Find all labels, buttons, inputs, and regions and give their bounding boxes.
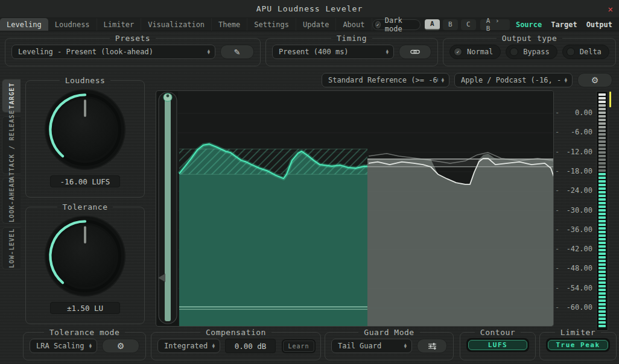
gain-fader[interactable] bbox=[159, 92, 177, 324]
compensation-dropdown[interactable]: Integrated ▲▼ bbox=[157, 339, 220, 353]
meter-segment bbox=[598, 162, 606, 165]
contour-button-frame: LUFS bbox=[466, 338, 529, 352]
stepper-icon: ▲▼ bbox=[208, 49, 210, 55]
meter-segment bbox=[598, 101, 606, 103]
tolerance-value[interactable]: ±1.50 LU bbox=[50, 302, 120, 314]
tolerance-knob[interactable] bbox=[43, 214, 127, 298]
presets-legend: Presets bbox=[110, 34, 156, 43]
gear-icon: ⚙ bbox=[117, 341, 125, 351]
snapshot-button-b[interactable]: B bbox=[443, 19, 458, 30]
meter-segment bbox=[598, 133, 606, 136]
meter-segment bbox=[598, 151, 606, 154]
meter-segment bbox=[598, 300, 606, 302]
tab-theme[interactable]: Theme bbox=[212, 18, 247, 31]
meter-segment bbox=[598, 307, 606, 309]
tolerance-mode-value: LRA Scaling bbox=[36, 342, 86, 350]
axis-label-row: --30.00 bbox=[555, 206, 592, 215]
meter-segment bbox=[598, 303, 606, 306]
monitor-source[interactable]: Source bbox=[514, 20, 544, 29]
contour-group: Contour LUFS bbox=[460, 328, 536, 360]
ab-copy-button[interactable]: A › B bbox=[480, 19, 510, 30]
guard-mode-settings-button[interactable] bbox=[417, 339, 447, 353]
tab-update[interactable]: Update bbox=[296, 18, 336, 31]
compensation-value[interactable]: 0.00 dB bbox=[225, 339, 276, 353]
meter-segment bbox=[598, 180, 606, 183]
tab-visualization[interactable]: Visualization bbox=[141, 18, 212, 31]
loudness-knob[interactable] bbox=[43, 87, 127, 172]
snapshot-button-a[interactable]: A bbox=[425, 19, 440, 30]
tolerance-mode-dropdown[interactable]: LRA Scaling ▲▼ bbox=[30, 339, 97, 353]
output-type-bypass[interactable]: Bypass bbox=[506, 45, 557, 59]
limiter-truepeak-button[interactable]: True Peak bbox=[548, 340, 608, 350]
meter-segment bbox=[598, 274, 606, 277]
tab-about[interactable]: About bbox=[336, 18, 372, 31]
presets-dropdown[interactable]: Leveling - Present (look-ahead) ▲▼ bbox=[11, 45, 215, 59]
tolerance-mode-settings-button[interactable]: ⚙ bbox=[102, 339, 139, 353]
knob-pointer bbox=[84, 226, 86, 243]
dark-mode-toggle[interactable]: ✓ Dark mode bbox=[372, 19, 421, 30]
tabbar-right-controls: ✓ Dark mode ABC A › B SourceTargetOutput bbox=[372, 18, 619, 31]
radio-icon bbox=[567, 48, 575, 56]
main-tab-bar: LevelingLoudnessLimiterVisualizationThem… bbox=[0, 18, 619, 31]
contour-lufs-button[interactable]: LUFS bbox=[468, 340, 527, 350]
stepper-icon: ▲▼ bbox=[386, 49, 389, 55]
meter-segment bbox=[598, 144, 606, 146]
fader-fill bbox=[165, 98, 171, 321]
guard-mode-dropdown[interactable]: Tail Guard ▲▼ bbox=[331, 339, 412, 353]
loudness-value[interactable]: -16.00 LUFS bbox=[50, 175, 120, 187]
tab-loudness[interactable]: Loudness bbox=[48, 18, 97, 31]
tab-leveling[interactable]: Leveling bbox=[0, 18, 48, 31]
close-icon[interactable]: ✕ bbox=[608, 4, 613, 14]
meter-segment bbox=[598, 227, 606, 230]
monitor-output[interactable]: Output bbox=[585, 20, 614, 29]
gear-icon: ⚙ bbox=[591, 75, 599, 85]
loudness-graph[interactable] bbox=[156, 90, 554, 327]
output-type-normal[interactable]: ✓Normal bbox=[449, 45, 501, 59]
meter-segment bbox=[598, 281, 606, 284]
tab-limiter[interactable]: Limiter bbox=[97, 18, 142, 31]
axis-tick: - bbox=[555, 303, 559, 312]
reference-dropdown[interactable]: Standard Reference (>= -60) ▲▼ bbox=[322, 73, 449, 87]
meter-segment bbox=[598, 278, 606, 280]
axis-label-row: --18.00 bbox=[555, 166, 592, 176]
output-type-delta[interactable]: Delta bbox=[562, 45, 609, 59]
axis-label-row: --48.00 bbox=[555, 263, 592, 273]
learn-button[interactable]: Learn bbox=[283, 340, 314, 352]
axis-label: -60.00 bbox=[567, 303, 592, 312]
stepper-icon: ▲▼ bbox=[404, 344, 407, 349]
axis-tick: - bbox=[555, 245, 559, 253]
side-tab-look-ahead[interactable]: LOOK-AHEAD bbox=[2, 178, 21, 224]
meter-segment bbox=[598, 206, 606, 208]
meter-segment bbox=[598, 169, 606, 172]
timing-dropdown[interactable]: Present (400 ms) ▲▼ bbox=[272, 45, 394, 59]
meter-segment bbox=[598, 314, 606, 316]
guard-mode-value: Tail Guard bbox=[338, 342, 401, 350]
tab-settings[interactable]: Settings bbox=[247, 18, 296, 31]
profile-dropdown[interactable]: Apple / Podcast (-16, -1) ▲▼ bbox=[454, 73, 573, 87]
output-type-legend: Output type bbox=[497, 34, 563, 43]
preset-edit-button[interactable]: ✎ bbox=[220, 45, 254, 59]
snapshot-button-c[interactable]: C bbox=[461, 19, 476, 30]
axis-label-row: -0.00 bbox=[555, 108, 592, 118]
compensation-mode-value: Integrated bbox=[164, 342, 209, 350]
compensation-group: Compensation Integrated ▲▼ 0.00 dB Learn bbox=[151, 328, 321, 360]
meter-segment bbox=[598, 115, 606, 118]
meter-segment bbox=[598, 216, 606, 219]
meter-segment bbox=[598, 126, 606, 128]
meter-segment bbox=[598, 325, 606, 327]
meter-segment bbox=[598, 213, 606, 215]
tolerance-mode-group: Tolerance mode LRA Scaling ▲▼ ⚙ bbox=[23, 328, 146, 360]
visualization-settings-button[interactable]: ⚙ bbox=[577, 73, 612, 87]
axis-tick: - bbox=[555, 284, 559, 292]
timing-link-button[interactable] bbox=[399, 45, 431, 59]
axis-label: -6.00 bbox=[571, 128, 592, 136]
monitor-target[interactable]: Target bbox=[549, 20, 579, 29]
loudness-legend: Loudness bbox=[60, 76, 111, 85]
side-tab-label: LOW-LEVEL bbox=[8, 224, 15, 273]
axis-label-row: --60.00 bbox=[555, 303, 592, 312]
output-type-group: Output type ✓NormalBypassDelta bbox=[443, 34, 616, 66]
meter-segment bbox=[598, 267, 606, 269]
side-tab-attack-release[interactable]: ATTACK / RELEASE bbox=[2, 116, 21, 174]
side-tab-low-level[interactable]: LOW-LEVEL bbox=[2, 227, 21, 269]
guard-mode-legend: Guard Mode bbox=[358, 328, 419, 337]
